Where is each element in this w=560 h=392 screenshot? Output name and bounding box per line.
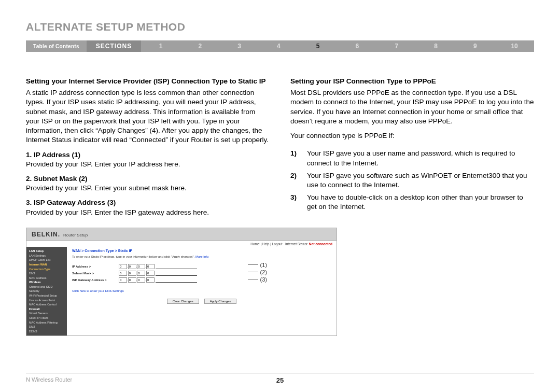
side-maccontrol[interactable]: MAC Address Control bbox=[26, 302, 67, 307]
router-subtitle: Router Setup bbox=[63, 233, 88, 237]
static-ip-paragraph: A static IP address connection type is l… bbox=[26, 88, 270, 145]
side-dns[interactable]: DNS bbox=[26, 271, 67, 276]
side-lan-settings[interactable]: LAN Settings bbox=[26, 253, 67, 258]
gw-octet-3[interactable] bbox=[137, 277, 145, 283]
nav-section-3[interactable]: 3 bbox=[220, 43, 259, 50]
side-firewall: Firewall bbox=[26, 307, 67, 312]
pppoe-item-2: 2) Your ISP gave you software such as Wi… bbox=[290, 171, 534, 190]
nav-section-6[interactable]: 6 bbox=[338, 43, 377, 50]
gw-octet-4[interactable] bbox=[146, 277, 155, 283]
nav-section-10[interactable]: 10 bbox=[495, 43, 534, 50]
router-status-label: Internet Status: bbox=[285, 242, 308, 246]
field-label-gateway: 3. ISP Gateway Address (3) bbox=[26, 198, 270, 207]
nav-section-4[interactable]: 4 bbox=[259, 43, 299, 50]
pppoe-item-3: 3) You have to double-click on a desktop… bbox=[290, 193, 534, 212]
ip-address-fields: ... bbox=[119, 264, 200, 269]
dns-settings-link[interactable]: Click here to enter your DNS Settings bbox=[72, 289, 331, 292]
router-screenshot: BELKIN. Router Setup Home | Help | Logou… bbox=[26, 228, 337, 336]
ip-octet-1[interactable] bbox=[119, 264, 127, 269]
ip-octet-3[interactable] bbox=[137, 264, 145, 269]
gw-octet-2[interactable] bbox=[128, 277, 136, 283]
label-ip-address: IP Address > bbox=[72, 264, 119, 269]
router-main: WAN > Connection Type > Static IP To ent… bbox=[67, 247, 337, 335]
label-subnet-mask: Subnet Mask > bbox=[72, 271, 119, 276]
router-status-links[interactable]: Home | Help | Logout bbox=[250, 242, 282, 246]
callout-3: (3) bbox=[248, 276, 267, 283]
side-wps[interactable]: Wi-Fi Protected Setup bbox=[26, 293, 67, 298]
side-internet-wan: Internet WAN bbox=[26, 262, 67, 267]
more-info-link[interactable]: More Info bbox=[195, 255, 208, 258]
field-label-ip: 1. IP Address (1) bbox=[26, 150, 270, 160]
side-lan-setup: LAN Setup bbox=[26, 249, 67, 254]
static-ip-heading: Setting your Internet Service Provider (… bbox=[26, 77, 270, 86]
pppoe-intro: Your connection type is PPPoE if: bbox=[290, 131, 534, 141]
side-channel[interactable]: Channel and SSID bbox=[26, 285, 67, 289]
callout-2: (2) bbox=[248, 269, 267, 275]
side-mac[interactable]: MAC Address bbox=[26, 275, 67, 280]
side-dmz[interactable]: DMZ bbox=[26, 325, 67, 329]
pppoe-text-2: Your ISP gave you software such as WinPO… bbox=[307, 171, 534, 190]
side-security[interactable]: Security bbox=[26, 289, 67, 293]
side-ap[interactable]: Use as Access Point bbox=[26, 298, 67, 302]
side-macfilter[interactable]: MAC Address Filtering bbox=[26, 320, 67, 325]
subnet-octet-1[interactable] bbox=[119, 271, 127, 276]
pppoe-num-2: 2) bbox=[290, 171, 307, 190]
nav-toc-link[interactable]: Table of Contents bbox=[26, 44, 87, 49]
subnet-fields: ... bbox=[119, 271, 200, 276]
router-instructions: To enter your Static IP settings, type i… bbox=[72, 255, 331, 258]
nav-section-8[interactable]: 8 bbox=[416, 43, 456, 50]
side-ddns[interactable]: DDNS bbox=[26, 329, 67, 334]
subnet-octet-2[interactable] bbox=[128, 271, 136, 276]
side-wireless: Wireless bbox=[26, 280, 67, 285]
pppoe-list: 1) Your ISP gave you a user name and pas… bbox=[290, 146, 534, 215]
label-gateway: ISP Gateway Address > bbox=[72, 277, 119, 283]
router-sidebar: LAN Setup LAN Settings DHCP Client List … bbox=[26, 247, 67, 335]
subnet-octet-3[interactable] bbox=[137, 271, 145, 276]
ip-octet-4[interactable] bbox=[146, 264, 155, 269]
field-desc-gateway: Provided by your ISP. Enter the ISP gate… bbox=[26, 208, 270, 217]
left-column: Setting your Internet Service Provider (… bbox=[26, 77, 270, 222]
callout-1: (1) bbox=[248, 262, 267, 268]
pppoe-text-1: Your ISP gave you a user name and passwo… bbox=[307, 149, 534, 167]
page-footer: N Wireless Router 25 bbox=[26, 373, 534, 383]
gw-octet-1[interactable] bbox=[119, 277, 127, 283]
side-connection-type[interactable]: Connection Type bbox=[26, 267, 67, 271]
pppoe-item-1: 1) Your ISP gave you a user name and pas… bbox=[290, 149, 534, 167]
pppoe-heading: Setting your ISP Connection Type to PPPo… bbox=[290, 77, 534, 86]
page-number: 25 bbox=[276, 376, 284, 384]
footer-product: N Wireless Router bbox=[26, 376, 72, 383]
page-title: ALTERNATE SETUP METHOD bbox=[0, 0, 560, 40]
nav-section-7[interactable]: 7 bbox=[377, 43, 416, 50]
nav-sections-label: SECTIONS bbox=[87, 40, 141, 52]
clear-changes-button[interactable]: Clear Changes bbox=[167, 299, 199, 304]
side-vservers[interactable]: Virtual Servers bbox=[26, 311, 67, 316]
pppoe-num-1: 1) bbox=[290, 149, 307, 167]
pppoe-num-3: 3) bbox=[290, 193, 307, 212]
router-status-value: Not connected bbox=[309, 242, 332, 246]
nav-section-2[interactable]: 2 bbox=[180, 43, 220, 50]
right-column: Setting your ISP Connection Type to PPPo… bbox=[290, 77, 534, 222]
nav-section-5[interactable]: 5 bbox=[298, 43, 338, 50]
subnet-octet-4[interactable] bbox=[146, 271, 155, 276]
nav-section-1[interactable]: 1 bbox=[141, 43, 180, 50]
field-desc-subnet: Provided by your ISP. Enter your subnet … bbox=[26, 184, 270, 193]
side-dhcp[interactable]: DHCP Client List bbox=[26, 258, 67, 262]
router-brand: BELKIN. bbox=[32, 231, 60, 238]
field-label-subnet: 2. Subnet Mask (2) bbox=[26, 174, 270, 184]
content-area: Setting your Internet Service Provider (… bbox=[0, 52, 560, 222]
field-desc-ip: Provided by your ISP. Enter your IP addr… bbox=[26, 160, 270, 169]
side-ipfilters[interactable]: Client IP Filters bbox=[26, 316, 67, 320]
nav-bar: Table of Contents SECTIONS 1 2 3 4 5 6 7… bbox=[26, 40, 534, 52]
gateway-fields: ... bbox=[119, 277, 200, 283]
router-statusbar: Home | Help | Logout Internet Status: No… bbox=[26, 241, 337, 247]
pppoe-paragraph: Most DSL providers use PPPoE as the conn… bbox=[290, 88, 534, 126]
router-header: BELKIN. Router Setup bbox=[26, 228, 337, 241]
ip-octet-2[interactable] bbox=[128, 264, 136, 269]
nav-section-9[interactable]: 9 bbox=[455, 43, 495, 50]
pppoe-text-3: You have to double-click on a desktop ic… bbox=[307, 193, 534, 212]
router-breadcrumb: WAN > Connection Type > Static IP bbox=[72, 249, 331, 253]
apply-changes-button[interactable]: Apply Changes bbox=[204, 299, 237, 304]
